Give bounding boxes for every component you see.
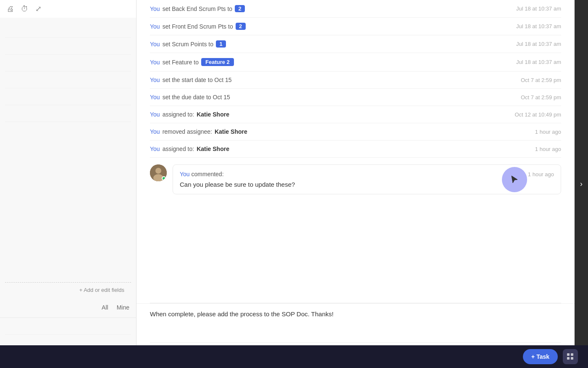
hover-cursor-indicator <box>502 167 527 192</box>
toolbar: 🖨 ⏱ ⤢ <box>0 0 136 18</box>
activity-text: You set Scrum Points to 1 <box>150 40 226 48</box>
assignee-name: Katie Shore <box>215 128 247 135</box>
sidebar-field-3 <box>5 55 131 71</box>
you-label: You <box>150 111 160 118</box>
activity-text: You removed assignee: Katie Shore <box>150 128 247 135</box>
activity-item: You set Scrum Points to 1 Jul 18 at 10:3… <box>150 35 561 53</box>
you-label: You <box>150 128 160 135</box>
activity-text: You set the due date to Oct 15 <box>150 94 230 101</box>
online-indicator <box>162 176 166 180</box>
sidebar-bottom-field-1 <box>5 318 131 335</box>
badge-number: 2 <box>236 23 246 30</box>
you-label: You <box>150 23 160 30</box>
activity-time: Oct 7 at 2:59 pm <box>521 77 561 83</box>
activity-time: 1 hour ago <box>535 146 561 152</box>
right-chevron-button[interactable]: › <box>575 0 588 368</box>
activity-description: assigned to: <box>163 146 194 152</box>
activity-description: set Front End Scrum Pts to <box>163 23 233 30</box>
you-label: You <box>150 94 160 101</box>
activity-time: Jul 18 at 10:37 am <box>516 59 561 65</box>
badge-number: 2 <box>235 5 245 12</box>
chevron-right-icon: › <box>580 180 583 188</box>
activity-item: You assigned to: Katie Shore 1 hour ago <box>150 140 561 158</box>
comment-action: commented: <box>192 171 224 177</box>
activity-description: set Back End Scrum Pts to <box>163 5 233 12</box>
activity-item: You assigned to: Katie Shore Oct 12 at 1… <box>150 106 561 123</box>
activity-description: set Scrum Points to <box>163 41 213 48</box>
activity-time: Jul 18 at 10:37 am <box>516 41 561 47</box>
sidebar-field-1 <box>5 21 131 38</box>
activity-description: assigned to: <box>163 111 194 118</box>
comment-card: You commented: 1 hour ago Can you please… <box>173 164 561 194</box>
svg-point-1 <box>155 168 161 174</box>
comment-header-left: You commented: <box>180 171 224 177</box>
bottom-bar: + Task <box>0 345 588 368</box>
sidebar-fields <box>0 18 136 282</box>
add-task-button[interactable]: + Task <box>523 349 558 364</box>
svg-rect-20 <box>571 353 573 356</box>
assignee-name: Katie Shore <box>197 146 229 152</box>
sidebar-field-2 <box>5 38 131 55</box>
activity-time: Oct 7 at 2:59 pm <box>521 94 561 101</box>
activity-item: You set the due date to Oct 15 Oct 7 at … <box>150 89 561 106</box>
tab-mine[interactable]: Mine <box>117 302 129 312</box>
activity-item: You set Feature to Feature 2 Jul 18 at 1… <box>150 53 561 71</box>
activity-text: You set Feature to Feature 2 <box>150 58 234 66</box>
activity-item: You set the start date to Oct 15 Oct 7 a… <box>150 71 561 89</box>
avatar <box>150 164 167 181</box>
you-label: You <box>150 77 160 83</box>
filter-tabs: All Mine <box>0 297 136 318</box>
activity-time: Oct 12 at 10:49 pm <box>514 111 561 118</box>
sidebar-field-4 <box>5 71 131 88</box>
grid-icon <box>567 353 574 360</box>
add-fields-button[interactable]: + Add or edit fields <box>5 282 131 297</box>
activity-description: set the due date to Oct 15 <box>163 94 230 101</box>
sidebar-field-6 <box>5 105 131 122</box>
you-label: You <box>150 41 160 48</box>
history-icon[interactable]: ⏱ <box>21 5 29 13</box>
activity-description: set the start date to Oct 15 <box>163 77 232 83</box>
left-sidebar: 🖨 ⏱ ⤢ + Add or edit fields All Mine <box>0 0 136 368</box>
activity-text: You assigned to: Katie Shore <box>150 146 229 152</box>
assignee-name: Katie Shore <box>197 111 229 118</box>
grid-view-button[interactable] <box>563 349 578 364</box>
expand-icon[interactable]: ⤢ <box>35 4 42 13</box>
activity-description: set Feature to <box>163 59 199 66</box>
activity-time: Jul 18 at 10:37 am <box>516 5 561 12</box>
activity-item: You set Back End Scrum Pts to 2 Jul 18 a… <box>150 0 561 18</box>
comment-header: You commented: 1 hour ago <box>180 171 554 177</box>
badge-feature: Feature 2 <box>201 58 234 66</box>
main-content: You set Back End Scrum Pts to 2 Jul 18 a… <box>136 0 575 368</box>
tab-all[interactable]: All <box>102 302 108 312</box>
comment-body: Can you please be sure to update these? <box>180 181 554 188</box>
sidebar-field-5 <box>5 88 131 105</box>
print-icon[interactable]: 🖨 <box>7 5 14 13</box>
svg-rect-19 <box>567 353 570 356</box>
activity-text: You assigned to: Katie Shore <box>150 111 229 118</box>
activity-text: You set the start date to Oct 15 <box>150 77 232 83</box>
activity-time: 1 hour ago <box>535 129 561 135</box>
you-label: You <box>150 5 160 12</box>
activity-item: You removed assignee: Katie Shore 1 hour… <box>150 123 561 140</box>
svg-rect-21 <box>567 357 570 360</box>
activity-time: Jul 18 at 10:37 am <box>516 23 561 29</box>
activity-item: You set Front End Scrum Pts to 2 Jul 18 … <box>150 18 561 35</box>
comment-you-label: You <box>180 171 190 177</box>
comment-textarea[interactable]: When complete, please add the process to… <box>150 310 561 336</box>
comment-section: You commented: 1 hour ago Can you please… <box>150 158 561 201</box>
badge-number: 1 <box>216 40 226 48</box>
cursor-svg <box>509 175 520 185</box>
comment-time: 1 hour ago <box>528 171 554 177</box>
activity-text: You set Front End Scrum Pts to 2 <box>150 23 246 30</box>
activity-text: You set Back End Scrum Pts to 2 <box>150 5 245 12</box>
activity-description: removed assignee: <box>163 128 212 135</box>
activity-log: You set Back End Scrum Pts to 2 Jul 18 a… <box>136 0 575 303</box>
svg-rect-22 <box>571 357 573 360</box>
you-label: You <box>150 146 160 152</box>
you-label: You <box>150 59 160 66</box>
